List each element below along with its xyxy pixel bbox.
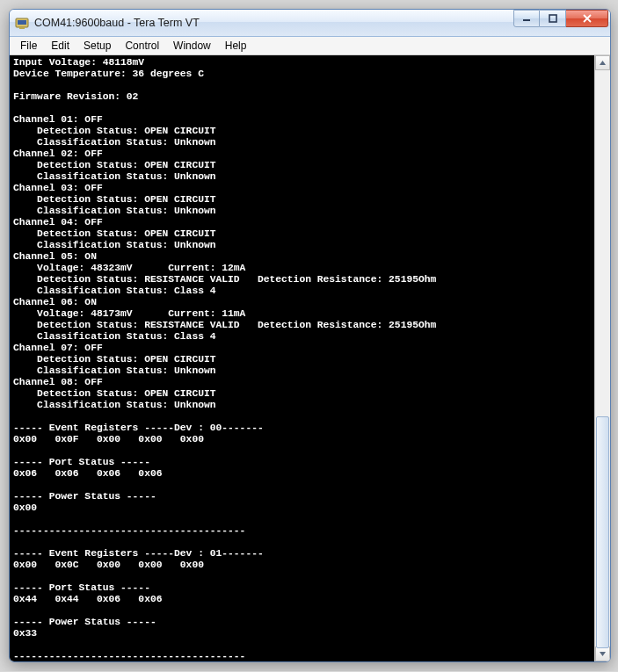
window-title: COM41:9600baud - Tera Term VT: [34, 17, 513, 29]
terminal-output[interactable]: Input Voltage: 48118mV Device Temperatur…: [10, 55, 595, 661]
minimize-button[interactable]: [513, 10, 540, 27]
scrollbar-thumb[interactable]: [596, 416, 609, 648]
svg-rect-4: [549, 15, 556, 22]
scrollbar-track[interactable]: [595, 70, 610, 647]
terminal-container: Input Voltage: 48118mV Device Temperatur…: [10, 55, 610, 661]
menu-help[interactable]: Help: [218, 38, 254, 54]
close-button[interactable]: [566, 10, 608, 27]
window-controls: [513, 10, 608, 27]
app-window: COM41:9600baud - Tera Term VT File Edit …: [9, 9, 611, 662]
menubar: File Edit Setup Control Window Help: [10, 37, 610, 55]
svg-rect-1: [18, 20, 26, 25]
menu-window[interactable]: Window: [166, 38, 218, 54]
vertical-scrollbar[interactable]: [594, 55, 610, 661]
svg-rect-3: [523, 19, 530, 21]
menu-file[interactable]: File: [13, 38, 44, 54]
menu-edit[interactable]: Edit: [44, 38, 76, 54]
scroll-up-button[interactable]: [595, 55, 610, 70]
maximize-button[interactable]: [540, 10, 566, 27]
scroll-down-button[interactable]: [595, 647, 610, 661]
titlebar[interactable]: COM41:9600baud - Tera Term VT: [10, 10, 610, 37]
menu-control[interactable]: Control: [118, 38, 166, 54]
app-icon: [15, 16, 29, 30]
menu-setup[interactable]: Setup: [76, 38, 118, 54]
svg-rect-2: [19, 27, 25, 29]
